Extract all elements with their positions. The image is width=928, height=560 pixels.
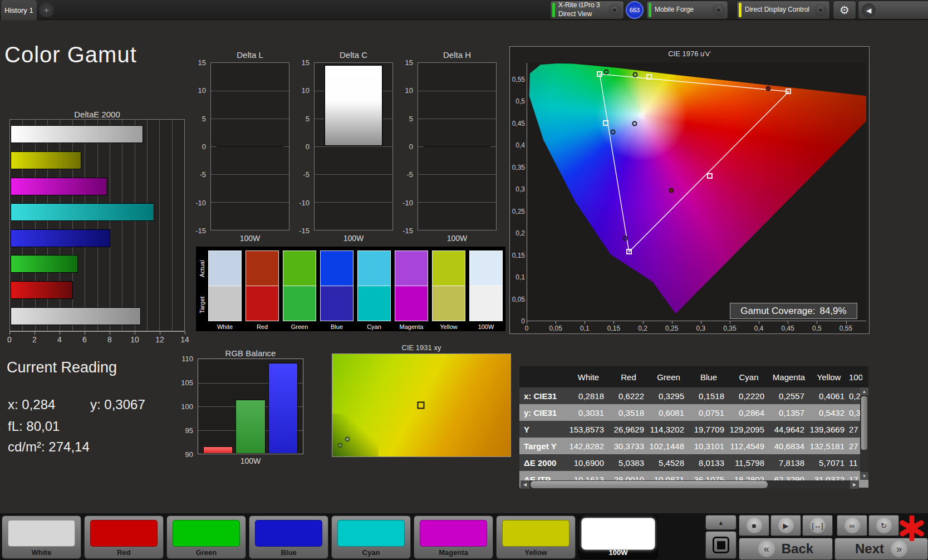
measure-window-button[interactable]: [↔] — [802, 515, 833, 536]
vscroll-thumb[interactable] — [861, 396, 867, 450]
row-label: ΔE 2000 — [519, 458, 568, 468]
y-tick-label: 5 — [306, 114, 310, 122]
cie1976-title: CIE 1976 u'v' — [510, 50, 869, 58]
pattern-button-blue[interactable]: Blue — [249, 515, 328, 559]
measured-point-cyan — [611, 130, 616, 135]
delta-bar — [324, 65, 383, 146]
pattern-buttons: WhiteRedGreenBlueCyanMagentaYellow100W — [2, 515, 658, 559]
y-tick-label: 0,55 — [512, 76, 525, 83]
deltae-tick — [135, 332, 135, 335]
back-button[interactable]: « Back — [739, 538, 833, 560]
chevron-down-icon: ▼ — [814, 4, 827, 16]
gridline — [211, 91, 289, 91]
actual-target-swatch-strip: Actual Target WhiteRedGreenBlueCyanMagen… — [196, 247, 505, 331]
reading-x: x: 0,284 — [8, 397, 55, 412]
history-tab[interactable]: History 1 — [1, 0, 37, 20]
back-button-label: Back — [782, 541, 813, 557]
swatch-column: Blue — [320, 250, 353, 330]
meter-dropdown[interactable]: X-Rite i1Pro 3Direct View ▼ — [550, 1, 624, 19]
table-row: ΔE 200010,69005,03835,45288,013311,57987… — [519, 454, 868, 471]
pattern-button-red[interactable]: Red — [84, 515, 164, 559]
delta-plot — [418, 62, 497, 230]
table-vertical-scrollbar[interactable]: ▲ ▼ — [860, 387, 868, 480]
pattern-button-yellow[interactable]: Yellow — [496, 515, 576, 559]
rgb-balance-title: RGB Balance — [198, 348, 303, 358]
swatch-columns: WhiteRedGreenBlueCyanMagentaYellow100W — [208, 250, 503, 330]
y-tick-label: 10 — [405, 86, 413, 95]
x-tick — [527, 321, 527, 324]
panel-up-button[interactable]: ▲ — [705, 515, 736, 530]
x-tick — [788, 321, 788, 324]
cie1931-marker-circle — [338, 443, 343, 448]
measured-point-magenta — [669, 188, 674, 193]
collapse-panel-button[interactable]: ◀ — [858, 1, 928, 19]
table-row: x: CIE310,28180,62220,32950,15180,22200,… — [519, 387, 868, 404]
pattern-button-cyan[interactable]: Cyan — [331, 515, 411, 559]
deltae-tick-label: 6 — [82, 335, 87, 344]
rgb-bars — [203, 359, 298, 454]
cie1931-marker-circle — [345, 436, 350, 441]
x-tick — [701, 321, 701, 324]
pattern-swatch — [8, 520, 75, 547]
x-tick — [672, 321, 672, 324]
loop-button[interactable]: ↻ — [868, 515, 899, 536]
table-cell: 129,2095 — [729, 425, 769, 434]
target-swatch-yellow — [432, 286, 465, 321]
gridline — [211, 174, 289, 175]
pattern-button-white[interactable]: White — [2, 515, 81, 559]
delta-y-labels: 151050-5-10-15 — [188, 62, 208, 230]
display-control-dropdown[interactable]: Direct Display Control ▼ — [736, 1, 830, 19]
table-cell: 44,9642 — [769, 425, 809, 434]
swatch-column: Green — [283, 250, 316, 330]
pattern-button-100w[interactable]: 100W — [578, 515, 658, 559]
table-header-cell: Green — [649, 372, 689, 382]
meter-count-badge[interactable]: 663 — [626, 1, 644, 19]
hscroll-thumb[interactable] — [531, 481, 768, 488]
swatch-label: Red — [245, 323, 279, 330]
x-axis-label: 100W — [418, 234, 497, 243]
pattern-button-green[interactable]: Green — [166, 515, 246, 559]
y-tick-label: 0,2 — [515, 229, 525, 237]
target-point-red — [785, 89, 791, 94]
deltae-tick-label: 0 — [7, 335, 12, 344]
source-dropdown[interactable]: Mobile Forge ▼ — [646, 1, 728, 19]
y-tick-label: 0,25 — [512, 208, 525, 215]
table-cell: 153,8573 — [568, 425, 608, 434]
table-horizontal-scrollbar[interactable]: ◀ ▶ — [521, 480, 859, 489]
scroll-right-icon[interactable]: ▶ — [850, 480, 859, 489]
swatch-column: 100W — [469, 250, 503, 330]
deltae-bar-magenta — [11, 178, 107, 195]
delta-chart-h: Delta H 151050-5-10-15 100W — [395, 50, 497, 245]
x-tick-label: 0 — [525, 325, 529, 332]
measured-point-yellow — [633, 72, 638, 77]
y-tick-label: 90 — [185, 450, 193, 459]
next-arrow-icon: » — [891, 541, 907, 557]
swatch-column: Yellow — [432, 250, 465, 330]
scroll-up-icon[interactable]: ▲ — [860, 387, 868, 395]
stop-button[interactable]: ■ — [739, 515, 769, 536]
pattern-swatch — [581, 518, 655, 550]
scroll-left-icon[interactable]: ◀ — [521, 480, 529, 489]
continuous-button[interactable]: ∞ — [837, 515, 867, 536]
play-button[interactable]: ▶ — [770, 515, 801, 536]
y-tick-label: 0,05 — [512, 296, 525, 303]
alert-asterisk-icon[interactable] — [898, 515, 925, 541]
swatch-column: Red — [245, 250, 279, 330]
y-tick-label: 0 — [409, 143, 413, 151]
table-cell: 26,9629 — [608, 425, 649, 434]
table-header-row: WhiteRedGreenBlueCyanMagentaYellow100W — [519, 366, 868, 387]
pattern-button-magenta[interactable]: Magenta — [414, 515, 493, 559]
table-cell: 19,7709 — [689, 425, 729, 434]
gamut-triangle — [600, 74, 789, 252]
add-tab-button[interactable]: + — [39, 2, 54, 17]
x-tick-label: 0,45 — [782, 325, 794, 332]
table-header-cell: Blue — [689, 372, 729, 382]
cie1931-plot — [332, 353, 511, 457]
cie1976-xaxis: 00,050,10,150,20,250,30,350,40,450,50,55 — [527, 321, 866, 333]
deltae-plot — [9, 119, 185, 331]
pattern-window-button[interactable] — [705, 531, 736, 559]
settings-gear-button[interactable]: ⚙ — [833, 1, 856, 19]
chevron-down-icon: ▼ — [608, 4, 621, 16]
x-tick-label: 0,35 — [723, 325, 736, 332]
scroll-down-icon[interactable]: ▼ — [860, 472, 868, 480]
